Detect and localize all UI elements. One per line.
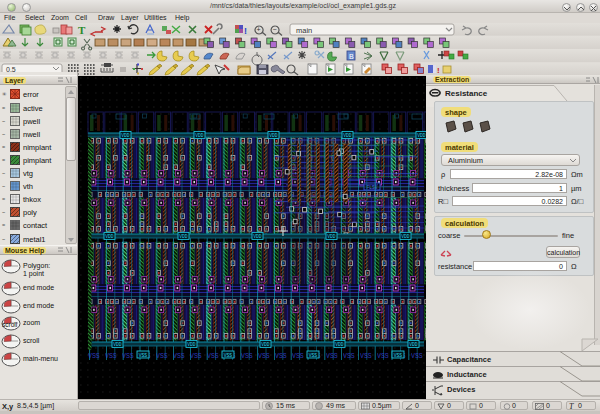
svg-text:VDD: VDD: [401, 234, 410, 239]
svg-text:VSS: VSS: [190, 353, 202, 360]
svg-text:!: !: [244, 26, 247, 36]
svg-text:VDD: VDD: [195, 133, 204, 138]
svg-text:VSS: VSS: [258, 353, 270, 360]
svg-text:VDD: VDD: [121, 133, 130, 138]
svg-text:VSS: VSS: [173, 353, 185, 360]
svg-text:VSS: VSS: [411, 353, 423, 360]
svg-text:−: −: [272, 26, 276, 33]
svg-text:VSS: VSS: [156, 353, 168, 360]
svg-text:VSS: VSS: [326, 353, 338, 360]
svg-text:+: +: [256, 26, 260, 33]
svg-text:VSS: VSS: [343, 353, 355, 360]
svg-text:VDD: VDD: [105, 234, 114, 239]
svg-text:VDD: VDD: [179, 234, 188, 239]
svg-text:VSS: VSS: [309, 353, 318, 358]
svg-text:VDD: VDD: [343, 133, 352, 138]
svg-text:VSS: VSS: [394, 353, 403, 358]
svg-text:VDD: VDD: [187, 342, 196, 347]
svg-text:VDD: VDD: [113, 342, 122, 347]
svg-text:VSS: VSS: [207, 353, 219, 360]
svg-text:VSS: VSS: [122, 353, 134, 360]
svg-text:VSS: VSS: [139, 353, 148, 358]
svg-text:T: T: [78, 24, 86, 36]
svg-text:VSS: VSS: [360, 353, 372, 360]
svg-text:VDD: VDD: [417, 133, 426, 138]
svg-text:VSS: VSS: [224, 353, 233, 358]
svg-text:!: !: [437, 66, 440, 75]
svg-text:VSS: VSS: [88, 353, 100, 360]
svg-text:VDD: VDD: [269, 133, 278, 138]
svg-text:B: B: [349, 53, 354, 60]
svg-text:VSS: VSS: [377, 353, 389, 360]
svg-text:VDD: VDD: [327, 234, 336, 239]
svg-text:VDD: VDD: [409, 342, 418, 347]
svg-text:VSS: VSS: [275, 353, 287, 360]
svg-text:main: main: [296, 26, 312, 35]
svg-text:VSS: VSS: [105, 353, 117, 360]
svg-text:VDD: VDD: [253, 234, 262, 239]
svg-text:VDD: VDD: [335, 342, 344, 347]
svg-text:VSS: VSS: [241, 353, 253, 360]
svg-text:VSS: VSS: [292, 353, 304, 360]
svg-text:VDD: VDD: [261, 342, 270, 347]
